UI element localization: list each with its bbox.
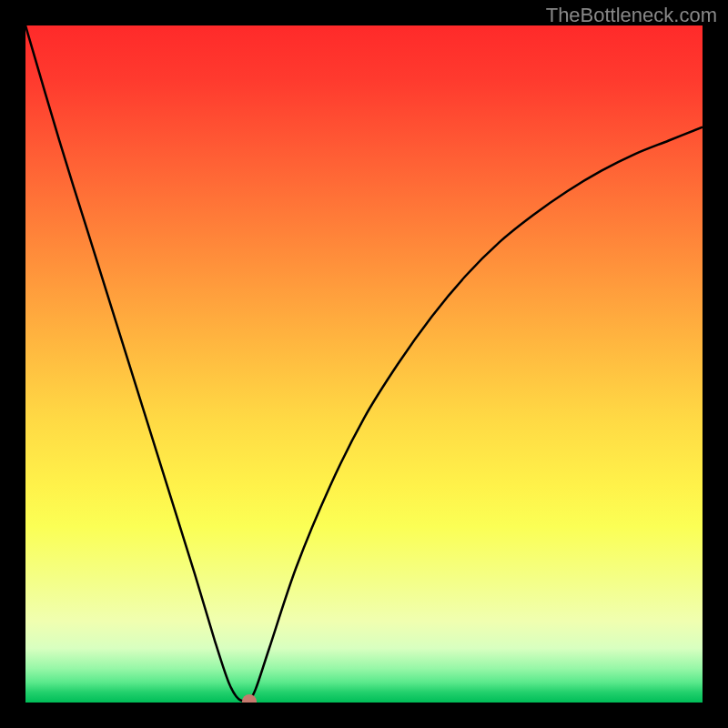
watermark-text: TheBottleneck.com	[546, 4, 717, 27]
optimal-point-marker	[242, 694, 257, 703]
plot-area	[25, 25, 703, 703]
bottleneck-curve	[25, 25, 703, 703]
